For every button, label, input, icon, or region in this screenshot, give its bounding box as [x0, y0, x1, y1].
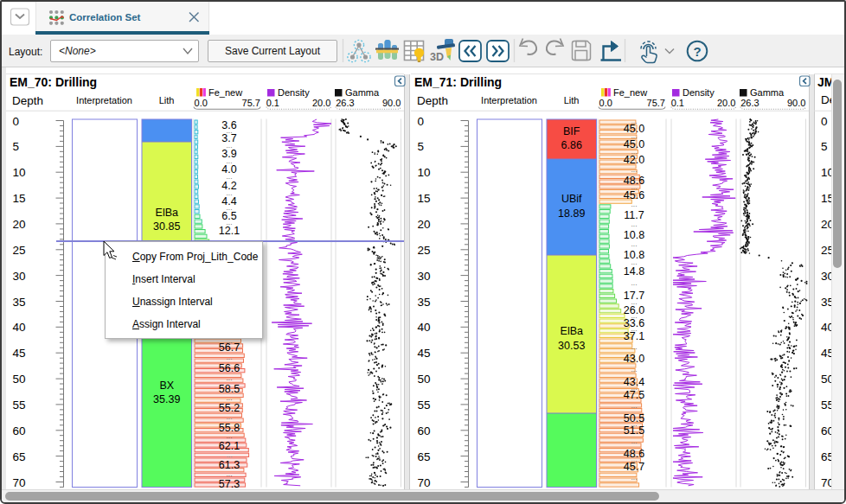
svg-text:90.0: 90.0 — [382, 98, 401, 108]
svg-text:Lith: Lith — [159, 95, 175, 105]
svg-text:50: 50 — [418, 373, 431, 386]
svg-text:BX: BX — [159, 380, 174, 392]
svg-text:...: ... — [226, 469, 232, 478]
svg-text:56.6: 56.6 — [219, 362, 240, 374]
svg-text:...: ... — [631, 342, 637, 351]
svg-text:Interpretation: Interpretation — [481, 95, 537, 105]
svg-text:45: 45 — [418, 347, 431, 360]
svg-text:75.7: 75.7 — [242, 98, 260, 108]
svg-text:Depth: Depth — [417, 94, 448, 107]
svg-text:20: 20 — [418, 218, 431, 231]
svg-text:43.0: 43.0 — [624, 353, 644, 365]
svg-text:40: 40 — [418, 321, 431, 334]
svg-text:65: 65 — [13, 450, 26, 463]
svg-text:75.7: 75.7 — [647, 98, 665, 108]
svg-text:...: ... — [631, 200, 637, 208]
svg-text:...: ... — [226, 172, 232, 181]
svg-text:35.39: 35.39 — [153, 393, 180, 405]
svg-text:EM_70: Drilling: EM_70: Drilling — [10, 75, 97, 89]
svg-text:...: ... — [631, 473, 637, 482]
svg-text:20: 20 — [13, 218, 26, 231]
svg-text:Gamma: Gamma — [345, 87, 380, 98]
svg-text:Lith: Lith — [564, 95, 580, 105]
svg-text:Density: Density — [683, 87, 715, 98]
svg-text:...: ... — [631, 165, 637, 174]
svg-text:35: 35 — [13, 296, 26, 309]
svg-text:0.1: 0.1 — [266, 98, 279, 108]
svg-text:...: ... — [226, 203, 232, 212]
svg-text:45: 45 — [13, 347, 26, 360]
svg-text:20.0: 20.0 — [312, 98, 330, 108]
svg-text:...: ... — [226, 393, 232, 402]
svg-text:6.86: 6.86 — [561, 139, 582, 151]
svg-text:25: 25 — [418, 244, 431, 257]
svg-text:70: 70 — [13, 476, 26, 489]
svg-text:60: 60 — [418, 424, 431, 437]
svg-text:5: 5 — [821, 140, 828, 153]
svg-text:...: ... — [631, 220, 637, 228]
svg-text:42.0: 42.0 — [624, 154, 644, 166]
svg-text:15: 15 — [13, 192, 26, 205]
svg-text:15: 15 — [418, 192, 431, 205]
svg-text:...: ... — [631, 419, 637, 428]
svg-text:60: 60 — [13, 424, 26, 437]
svg-text:...: ... — [226, 450, 232, 459]
svg-text:50: 50 — [13, 373, 26, 386]
svg-text:UBif: UBif — [561, 193, 582, 205]
svg-text:...: ... — [226, 126, 232, 135]
svg-text:90.0: 90.0 — [787, 98, 805, 108]
svg-text:...: ... — [226, 412, 232, 421]
svg-text:...: ... — [226, 431, 232, 440]
svg-text:...: ... — [631, 131, 637, 140]
svg-text:10: 10 — [13, 166, 26, 179]
svg-text:...: ... — [226, 373, 232, 382]
svg-text:...: ... — [631, 239, 637, 248]
svg-text:0.0: 0.0 — [599, 98, 612, 108]
svg-text:18.89: 18.89 — [558, 207, 585, 220]
svg-text:ElBa: ElBa — [156, 207, 178, 219]
svg-text:30.85: 30.85 — [153, 220, 180, 233]
svg-text:Density: Density — [278, 87, 310, 98]
svg-text:...: ... — [631, 324, 637, 333]
svg-text:...: ... — [226, 218, 232, 226]
svg-text:14.8: 14.8 — [624, 265, 644, 278]
svg-text:...: ... — [226, 156, 232, 165]
svg-text:Depth: Depth — [12, 94, 43, 107]
svg-text:5: 5 — [418, 140, 425, 153]
svg-text:ElBa: ElBa — [561, 325, 583, 337]
svg-text:...: ... — [631, 383, 637, 392]
svg-text:...: ... — [631, 401, 637, 410]
svg-text:...: ... — [631, 278, 637, 287]
svg-text:30: 30 — [13, 270, 26, 283]
svg-text:...: ... — [631, 258, 637, 266]
svg-text:EM_71: Drilling: EM_71: Drilling — [414, 75, 502, 89]
svg-text:26.3: 26.3 — [336, 98, 354, 108]
svg-text:26.3: 26.3 — [740, 98, 759, 108]
svg-text:...: ... — [631, 182, 637, 191]
svg-text:55: 55 — [13, 399, 26, 411]
svg-text:57.3: 57.3 — [219, 478, 240, 490]
svg-text:Fe_new: Fe_new — [613, 87, 647, 98]
svg-text:...: ... — [226, 353, 232, 361]
svg-text:...: ... — [631, 297, 637, 306]
svg-text:65: 65 — [418, 450, 431, 463]
svg-text:Fe_new: Fe_new — [208, 87, 242, 98]
svg-text:...: ... — [631, 117, 637, 125]
svg-text:...: ... — [631, 365, 637, 373]
svg-text:...: ... — [631, 311, 637, 320]
svg-text:...: ... — [631, 455, 637, 463]
svg-text:0: 0 — [418, 115, 425, 128]
svg-text:0: 0 — [821, 115, 828, 128]
svg-text:...: ... — [631, 147, 637, 156]
svg-text:20.0: 20.0 — [717, 98, 735, 108]
svg-text:0: 0 — [13, 115, 20, 128]
svg-text:...: ... — [226, 188, 232, 197]
svg-text:...: ... — [631, 437, 637, 445]
svg-text:35: 35 — [418, 296, 431, 309]
svg-text:Gamma: Gamma — [750, 87, 785, 98]
svg-text:10: 10 — [418, 166, 431, 179]
svg-text:5: 5 — [13, 140, 20, 153]
svg-text:30.53: 30.53 — [558, 340, 585, 352]
svg-text:Interpretation: Interpretation — [76, 95, 132, 105]
svg-text:30: 30 — [418, 270, 431, 283]
